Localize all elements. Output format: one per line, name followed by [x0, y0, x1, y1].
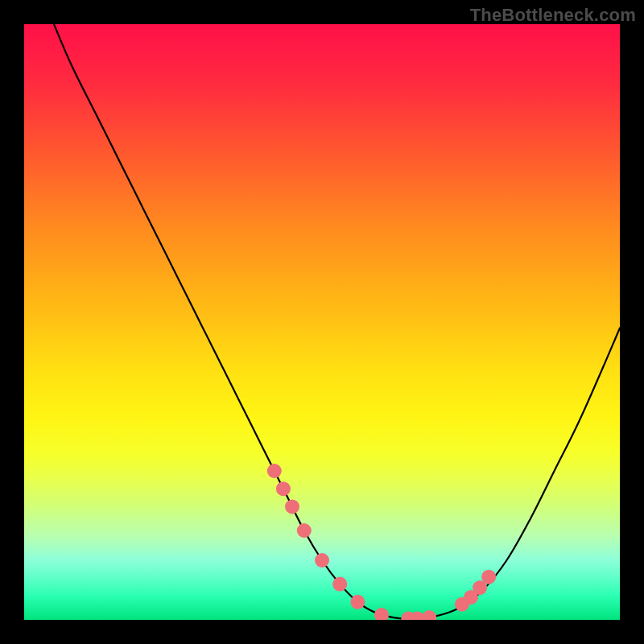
marker-point: [350, 595, 365, 609]
watermark-text: TheBottleneck.com: [470, 5, 636, 26]
marker-point: [422, 610, 436, 620]
marker-point: [315, 553, 329, 568]
marker-point: [276, 481, 291, 496]
marker-point: [285, 499, 299, 514]
marker-point: [267, 464, 282, 478]
marker-point: [332, 577, 347, 592]
highlight-markers: [267, 464, 496, 620]
curve-layer: [24, 24, 620, 620]
marker-point: [374, 608, 389, 620]
chart-frame: TheBottleneck.com: [0, 0, 644, 644]
plot-area: [24, 24, 620, 620]
marker-point: [297, 523, 312, 538]
marker-point: [481, 570, 496, 584]
bottleneck-curve: [54, 24, 620, 619]
